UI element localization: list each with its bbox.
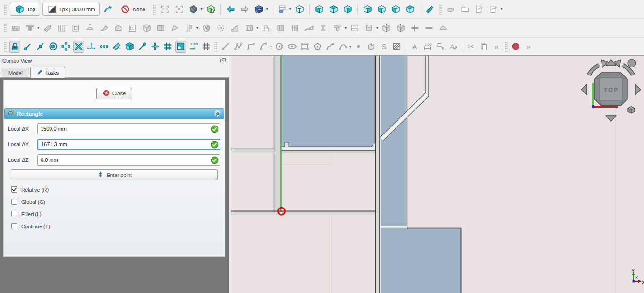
local-dz-input[interactable] bbox=[37, 154, 220, 166]
dropdown-arrow-icon[interactable]: ▾ bbox=[289, 7, 291, 11]
teal-arrow-icon bbox=[103, 4, 113, 14]
3d-viewport[interactable]: TOP Y Z X bbox=[231, 56, 644, 293]
toolbar-overflow-icon[interactable]: » bbox=[491, 41, 502, 53]
toolbar-overflow-icon[interactable]: » bbox=[523, 41, 534, 53]
box-selection-icon bbox=[159, 3, 171, 16]
brackets-icon bbox=[160, 4, 170, 14]
brackets2-icon bbox=[174, 4, 184, 14]
measure-icon[interactable] bbox=[424, 3, 436, 16]
snap-grid-icon[interactable] bbox=[162, 41, 173, 53]
line-style-button[interactable]: 1px | 300.0 mm bbox=[42, 3, 100, 16]
toolbar-separator bbox=[462, 42, 462, 52]
toolbar-drag-handle[interactable] bbox=[4, 23, 7, 33]
toolbar-separator bbox=[309, 4, 310, 15]
plan-drawing[interactable]: TOP Y Z X bbox=[231, 56, 644, 293]
toolbar-drag-handle[interactable] bbox=[439, 4, 442, 15]
dropdown-arrow-icon[interactable]: ▾ bbox=[270, 44, 272, 49]
snap-extension-icon[interactable] bbox=[99, 41, 110, 53]
view-isometric-icon[interactable] bbox=[404, 3, 416, 16]
snap-angle-icon[interactable] bbox=[60, 41, 71, 53]
snap-workingplane-icon[interactable] bbox=[124, 41, 135, 53]
share-icon bbox=[488, 3, 500, 16]
apply-style-icon[interactable] bbox=[102, 3, 114, 16]
relative-checkbox[interactable] bbox=[11, 186, 17, 193]
macro-record-icon[interactable] bbox=[510, 41, 521, 53]
snap-intersection-icon[interactable] bbox=[73, 41, 84, 53]
draw-style-icon[interactable] bbox=[276, 3, 288, 16]
draft-rectangle-icon bbox=[299, 41, 310, 53]
box3d-icon bbox=[142, 23, 152, 33]
dropdown-arrow-icon[interactable]: ▾ bbox=[501, 7, 503, 11]
global-checkbox[interactable] bbox=[11, 199, 17, 205]
collapse-section-icon[interactable] bbox=[214, 109, 221, 118]
view-front-icon[interactable] bbox=[314, 3, 325, 16]
view-left-icon[interactable] bbox=[390, 3, 402, 16]
local-dx-input-wrap bbox=[37, 123, 220, 134]
rotate-view-icon[interactable] bbox=[253, 3, 265, 16]
snap-endpoint-icon[interactable] bbox=[22, 41, 33, 53]
dropdown-arrow-icon[interactable]: ▾ bbox=[196, 26, 198, 30]
snap-parallel-icon[interactable] bbox=[111, 41, 122, 53]
snap-near-icon[interactable] bbox=[175, 41, 186, 53]
toolbar-drag-handle[interactable] bbox=[153, 4, 156, 15]
filled-checkbox[interactable] bbox=[11, 211, 17, 217]
current-view-button[interactable]: Top bbox=[10, 3, 40, 16]
continue-checkbox[interactable] bbox=[11, 223, 17, 229]
snap-ortho-icon[interactable] bbox=[150, 41, 161, 53]
local-dy-input[interactable] bbox=[37, 139, 220, 150]
toolbar-drag-handle[interactable] bbox=[505, 42, 508, 52]
enter-point-button[interactable]: Enter point bbox=[11, 169, 218, 180]
tab-tasks[interactable]: Tasks bbox=[30, 67, 65, 78]
dropdown-arrow-icon[interactable]: ▾ bbox=[345, 26, 347, 30]
lock-icon bbox=[10, 42, 20, 51]
arch-reference-icon bbox=[215, 22, 227, 34]
view-right-icon[interactable] bbox=[342, 3, 354, 16]
folder-icon bbox=[460, 4, 470, 14]
toolbar-drag-handle[interactable] bbox=[4, 42, 7, 52]
local-dx-input[interactable] bbox=[37, 123, 220, 134]
toolbar-area: Top1px | 300.0 mmNone▾▾▾▾ ▾▾A▾▾▾ 1.00▾▾S… bbox=[0, 0, 644, 56]
remove-component-icon bbox=[423, 22, 435, 34]
dropdown-arrow-icon[interactable]: ▾ bbox=[37, 26, 39, 30]
dropdown-arrow-icon[interactable]: ▾ bbox=[376, 26, 378, 30]
toolbar-drag-handle[interactable] bbox=[214, 42, 217, 52]
toolbar-separator bbox=[406, 42, 406, 52]
snap-lock-icon[interactable] bbox=[9, 41, 20, 53]
part-step-icon bbox=[446, 4, 456, 14]
arch-roof-icon bbox=[98, 22, 110, 34]
nav-back-icon[interactable] bbox=[225, 3, 237, 16]
snap-perpendicular-icon[interactable] bbox=[86, 41, 97, 53]
schedule-icon bbox=[350, 23, 360, 33]
float-panel-icon[interactable] bbox=[220, 57, 226, 64]
create-part-icon bbox=[445, 3, 457, 16]
view-bottom-icon[interactable] bbox=[376, 3, 388, 16]
fit-all-icon[interactable] bbox=[294, 3, 305, 16]
cube-top-icon bbox=[329, 4, 339, 14]
snap-center-icon[interactable] bbox=[48, 41, 59, 53]
dropdown-arrow-icon[interactable]: ▾ bbox=[266, 7, 268, 11]
dropdown-arrow-icon[interactable]: ▾ bbox=[349, 44, 351, 49]
autogroup-button[interactable]: None bbox=[116, 3, 149, 16]
dropdown-arrow-icon[interactable]: ▾ bbox=[201, 7, 203, 11]
snap-dimensions-icon[interactable]: 1.00 bbox=[188, 41, 199, 53]
floor-plan-icon bbox=[127, 23, 137, 33]
toggle-grid-icon[interactable] bbox=[201, 41, 212, 53]
view-rear-icon[interactable] bbox=[362, 3, 373, 16]
rectangle-icon bbox=[7, 109, 14, 117]
helmet-icon bbox=[438, 23, 448, 33]
tab-model[interactable]: Model bbox=[2, 68, 29, 77]
draft-facebinder-icon bbox=[366, 41, 377, 53]
clipping-plane-icon[interactable] bbox=[187, 3, 199, 16]
origin-z-dot bbox=[592, 105, 595, 108]
dropdown-arrow-icon[interactable]: ▾ bbox=[256, 26, 258, 30]
sync-view-icon[interactable] bbox=[205, 3, 217, 16]
toolbar-drag-handle[interactable] bbox=[4, 4, 7, 15]
view-top-icon[interactable] bbox=[328, 3, 339, 16]
cube-cursor-icon bbox=[206, 4, 216, 14]
window-icon bbox=[71, 23, 81, 33]
snap-midpoint-icon[interactable] bbox=[35, 41, 46, 53]
snap-special-icon[interactable] bbox=[137, 41, 148, 53]
rebar-icon bbox=[42, 23, 52, 33]
arch-truss-icon bbox=[303, 22, 315, 34]
close-button[interactable]: Close bbox=[96, 88, 132, 99]
